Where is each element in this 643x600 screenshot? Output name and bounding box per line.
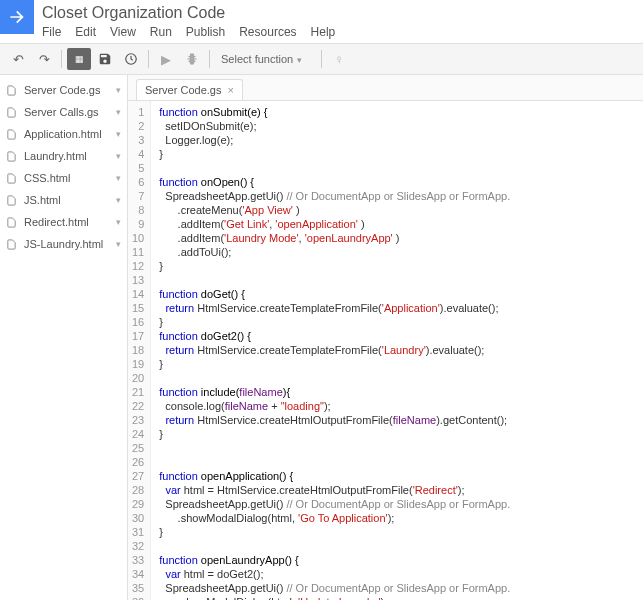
tips-button[interactable]: ♀: [327, 48, 351, 70]
code-line[interactable]: }: [159, 259, 510, 273]
menu-run[interactable]: Run: [150, 25, 172, 39]
chevron-down-icon[interactable]: ▾: [116, 151, 121, 161]
line-number: 19: [132, 357, 144, 371]
line-number: 25: [132, 441, 144, 455]
file-item[interactable]: Laundry.html▾: [0, 145, 127, 167]
trigger-button[interactable]: [119, 48, 143, 70]
code-line[interactable]: }: [159, 357, 510, 371]
line-number: 10: [132, 231, 144, 245]
chevron-down-icon[interactable]: ▾: [116, 239, 121, 249]
app-logo[interactable]: [0, 0, 34, 34]
close-icon[interactable]: ×: [227, 84, 233, 96]
chevron-down-icon[interactable]: ▾: [116, 129, 121, 139]
code-line[interactable]: Logger.log(e);: [159, 133, 510, 147]
code-line[interactable]: [159, 455, 510, 469]
redo-button[interactable]: ↷: [32, 48, 56, 70]
code-line[interactable]: SpreadsheetApp.getUi() // Or DocumentApp…: [159, 189, 510, 203]
separator: [321, 50, 322, 68]
code-line[interactable]: function openLaundryApp() {: [159, 553, 510, 567]
menu-edit[interactable]: Edit: [75, 25, 96, 39]
code-line[interactable]: [159, 539, 510, 553]
header: Closet Organization Code FileEditViewRun…: [0, 0, 643, 44]
line-number: 6: [132, 175, 144, 189]
file-name: JS.html: [24, 194, 61, 206]
file-name: Server Calls.gs: [24, 106, 99, 118]
code-line[interactable]: }: [159, 427, 510, 441]
code-line[interactable]: .showModalDialog(html, 'Go To Applicatio…: [159, 511, 510, 525]
line-number: 8: [132, 203, 144, 217]
code-line[interactable]: .showModalDialog(html, 'Update Laundry')…: [159, 595, 510, 600]
undo-button[interactable]: ↶: [6, 48, 30, 70]
code-line[interactable]: [159, 441, 510, 455]
line-number: 26: [132, 455, 144, 469]
file-item[interactable]: Server Calls.gs▾: [0, 101, 127, 123]
editor-area: Server Code.gs × 12345678910111213141516…: [128, 75, 643, 600]
run-button[interactable]: ▶: [154, 48, 178, 70]
code-lines[interactable]: function onSubmit(e) { setIDOnSubmit(e);…: [151, 101, 518, 600]
chevron-down-icon[interactable]: ▾: [116, 107, 121, 117]
file-item[interactable]: JS.html▾: [0, 189, 127, 211]
file-item[interactable]: JS-Laundry.html▾: [0, 233, 127, 255]
save-button[interactable]: [93, 48, 117, 70]
file-item[interactable]: Application.html▾: [0, 123, 127, 145]
code-line[interactable]: [159, 273, 510, 287]
chevron-down-icon[interactable]: ▾: [116, 217, 121, 227]
line-number: 29: [132, 497, 144, 511]
code-line[interactable]: return HtmlService.createHtmlOutputFromF…: [159, 413, 510, 427]
code-line[interactable]: function include(fileName){: [159, 385, 510, 399]
chevron-down-icon[interactable]: ▾: [116, 195, 121, 205]
chevron-down-icon[interactable]: ▾: [116, 85, 121, 95]
line-number: 1: [132, 105, 144, 119]
chevron-down-icon[interactable]: ▾: [116, 173, 121, 183]
file-item[interactable]: Redirect.html▾: [0, 211, 127, 233]
code-line[interactable]: SpreadsheetApp.getUi() // Or DocumentApp…: [159, 497, 510, 511]
line-number: 5: [132, 161, 144, 175]
separator: [61, 50, 62, 68]
code-line[interactable]: console.log(fileName + "loading");: [159, 399, 510, 413]
code-line[interactable]: function doGet2() {: [159, 329, 510, 343]
line-number: 30: [132, 511, 144, 525]
code-line[interactable]: [159, 161, 510, 175]
file-item[interactable]: CSS.html▾: [0, 167, 127, 189]
menu-view[interactable]: View: [110, 25, 136, 39]
code-line[interactable]: .addToUi();: [159, 245, 510, 259]
code-line[interactable]: }: [159, 147, 510, 161]
code-line[interactable]: function openApplication() {: [159, 469, 510, 483]
code-line[interactable]: function onSubmit(e) {: [159, 105, 510, 119]
code-line[interactable]: var html = HtmlService.createHtmlOutputF…: [159, 483, 510, 497]
indent-button[interactable]: ▦: [67, 48, 91, 70]
code-line[interactable]: }: [159, 525, 510, 539]
menu-file[interactable]: File: [42, 25, 61, 39]
menu-help[interactable]: Help: [311, 25, 336, 39]
code-line[interactable]: .addItem('Get Link', 'openApplication' ): [159, 217, 510, 231]
code-line[interactable]: var html = doGet2();: [159, 567, 510, 581]
line-number: 12: [132, 259, 144, 273]
html-file-icon: [6, 172, 18, 184]
tab-active[interactable]: Server Code.gs ×: [136, 79, 243, 100]
code-line[interactable]: function onOpen() {: [159, 175, 510, 189]
code-editor[interactable]: 1234567891011121314151617181920212223242…: [128, 101, 643, 600]
menu-publish[interactable]: Publish: [186, 25, 225, 39]
debug-button[interactable]: [180, 48, 204, 70]
menu-resources[interactable]: Resources: [239, 25, 296, 39]
html-file-icon: [6, 150, 18, 162]
code-line[interactable]: }: [159, 315, 510, 329]
line-number: 15: [132, 301, 144, 315]
html-file-icon: [6, 128, 18, 140]
line-number: 27: [132, 469, 144, 483]
function-select[interactable]: Select function: [215, 50, 316, 68]
code-line[interactable]: .addItem('Laundry Mode', 'openLaundryApp…: [159, 231, 510, 245]
code-line[interactable]: return HtmlService.createTemplateFromFil…: [159, 301, 510, 315]
code-line[interactable]: function doGet() {: [159, 287, 510, 301]
file-name: Application.html: [24, 128, 102, 140]
html-file-icon: [6, 238, 18, 250]
code-line[interactable]: SpreadsheetApp.getUi() // Or DocumentApp…: [159, 581, 510, 595]
code-line[interactable]: setIDOnSubmit(e);: [159, 119, 510, 133]
code-line[interactable]: .createMenu('App View' ): [159, 203, 510, 217]
line-number: 35: [132, 581, 144, 595]
file-name: JS-Laundry.html: [24, 238, 103, 250]
clock-icon: [124, 52, 138, 66]
file-item[interactable]: Server Code.gs▾: [0, 79, 127, 101]
code-line[interactable]: return HtmlService.createTemplateFromFil…: [159, 343, 510, 357]
code-line[interactable]: [159, 371, 510, 385]
